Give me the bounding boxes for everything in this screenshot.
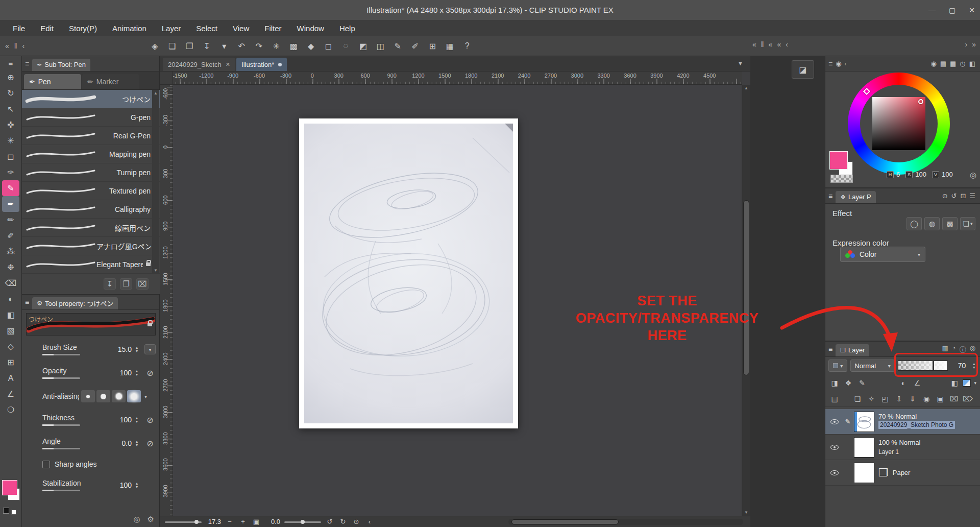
menu-item[interactable]: Story(P) [61,20,105,36]
tab-pen[interactable]: ✒ Pen [24,74,81,89]
brush-tool-icon[interactable]: ✐ [2,228,19,244]
invert-selection-icon[interactable]: ◩ [355,39,371,53]
fill-icon[interactable]: ◆ [303,39,318,53]
draft-layer-icon[interactable]: ✎ [857,378,867,388]
collapse-arrow-icon[interactable]: › [965,40,968,49]
color-wheel-active-icon[interactable]: ◉ [836,60,841,67]
sharp-angles-checkbox[interactable] [42,461,50,468]
rotate-right-icon[interactable]: ↻ [338,518,348,525]
tool-property-title-tab[interactable]: ⚙ Tool property: つけペン [32,297,118,309]
figure-tool-icon[interactable]: ◇ [2,339,19,354]
scale-rotate-icon[interactable]: ◻ [321,39,336,53]
main-color-chip[interactable] [3,508,9,514]
stabilization-slider[interactable] [42,490,80,491]
blend-mode-dropdown[interactable]: Normal ▾ [850,360,895,372]
tab-marker[interactable]: ✏ Marker [82,74,139,89]
auto-select-tool-icon[interactable]: ✳ [2,133,19,149]
aa-medium-button[interactable] [112,390,126,402]
rotate-canvas-tool-icon[interactable]: ↻ [2,85,19,101]
open-file-icon[interactable]: ❐ [182,39,197,53]
primary-color-swatch[interactable] [829,151,848,170]
visibility-eye-icon[interactable] [830,470,839,475]
help-icon[interactable]: ? [459,39,475,53]
collapse-arrow-icon[interactable]: « [777,40,781,49]
layer-color-chip[interactable] [963,379,971,387]
hue-ring[interactable] [848,73,950,175]
panel-menu-icon[interactable]: ≡ [25,298,29,306]
menu-item[interactable]: Layer [154,20,189,36]
canvas-tab-illustration[interactable]: Illustration* [236,58,287,71]
operation-tool-icon[interactable]: ↖ [2,101,19,117]
register-initial-settings-icon[interactable]: ◎ [133,515,140,524]
rotate-left-icon[interactable]: ↺ [325,518,334,525]
fill-tool-icon[interactable]: ◧ [2,307,19,323]
layer-row-sketch[interactable]: ✎ 70 % Normal 20240929_Sketch Photo G S [825,409,980,435]
color-wheel-tab-icon[interactable]: ◉ [930,60,936,67]
vertical-scroll-thumb[interactable] [743,200,749,375]
merge-with-lower-layer-icon[interactable]: ⇓ [908,394,918,404]
reset-rotation-icon[interactable]: ⊙ [352,518,361,525]
minimize-button[interactable]: — [928,6,936,14]
snap-to-grid-icon[interactable]: ⊞ [425,39,440,53]
redo-icon[interactable]: ↷ [251,39,266,53]
tab-list-dropdown-icon[interactable]: ▼ [738,60,743,66]
extract-line-icon[interactable]: ❏ ▾ [960,217,975,230]
scroll-down-icon[interactable]: ▼ [154,268,158,273]
balloon-tool-icon[interactable]: ❍ [2,402,19,418]
rotation-value[interactable]: 0.0 [265,518,280,525]
gradient-tool-icon[interactable]: ▧ [2,323,19,339]
lock-layer-icon[interactable] [871,378,881,388]
move-layer-tool-icon[interactable]: ✜ [2,117,19,133]
sub-tool-item[interactable]: Turnip pen [22,163,160,182]
clear-outside-icon[interactable]: ▩ [286,39,301,53]
set-as-ruler-icon[interactable]: ∠ [912,378,922,388]
collapse-arrow-icon[interactable]: » [972,40,976,49]
pencil-tool-icon[interactable]: ✏ [2,212,19,228]
apply-mask-icon[interactable]: ▣ [935,394,945,404]
menu-item[interactable]: Help [332,20,363,36]
menu-item[interactable]: Window [289,20,332,36]
primary-color-swatch[interactable] [2,480,17,495]
pen-tool-icon[interactable]: ✒ [2,196,19,212]
menu-item[interactable]: Select [188,20,225,36]
layer-property-tab[interactable]: ❖ Layer P [836,191,876,203]
sub-tool-title-tab[interactable]: ✒ Sub Tool: Pen [32,59,90,71]
zoom-in-icon[interactable]: + [238,518,248,525]
opacity-value[interactable]: 100 [108,369,132,377]
toolbar-menu-icon[interactable]: ≡ [2,56,20,69]
save-file-icon[interactable]: ↧ [199,39,214,53]
collapse-arrow-icon[interactable]: ‖ [761,40,764,49]
sub-tool-item[interactable]: アナログ風Gペン(墨っぽい) [22,237,160,255]
close-button[interactable]: ✕ [969,6,975,14]
color-slider-tab-icon[interactable]: ▤ [940,60,946,67]
fit-to-screen-icon[interactable]: ▣ [252,518,261,525]
visibility-eye-icon[interactable] [830,445,839,450]
hue-cursor[interactable] [863,88,870,95]
lock-transparent-pixels-icon[interactable] [885,378,895,388]
brush-size-dropdown[interactable]: ▾ [144,344,156,354]
brush-size-spinner[interactable]: ▴▾ [133,346,140,353]
menu-item[interactable]: View [225,20,257,36]
sub-tool-item[interactable]: G-pen [22,108,160,127]
brush-size-slider[interactable] [42,354,80,355]
reference-layer-icon[interactable]: ❖ [843,378,853,388]
angle-slider[interactable] [42,448,80,449]
zoom-tool-icon[interactable]: ⊕ [2,69,19,85]
panel-menu-icon[interactable]: ☰ [969,192,975,200]
scroll-down-icon[interactable]: ▼ [744,510,748,515]
scroll-up-icon[interactable]: ▲ [154,91,158,95]
text-tool-icon[interactable]: A [2,370,19,386]
brush-size-value[interactable]: 15.0 [108,345,132,353]
layer-row-paper[interactable]: ❐ Paper [825,460,980,486]
aa-dropdown-icon[interactable]: ▾ [144,394,147,399]
collapse-arrow-icon[interactable]: ‹ [22,42,25,50]
layer-row-layer1[interactable]: 100 % Normal Layer 1 [825,435,980,460]
sv-cursor[interactable] [918,99,923,104]
scroll-up-icon[interactable]: ▲ [744,86,748,90]
sub-tool-item[interactable]: つけペン [22,90,160,108]
stabilization-spinner[interactable]: ▴▾ [133,482,140,489]
intermediate-color-tab-icon[interactable]: ◧ [969,60,975,67]
import-sub-tool-icon[interactable]: ↧ [104,278,116,290]
thickness-slider[interactable] [42,424,80,426]
stabilization-value[interactable]: 100 [108,481,132,489]
